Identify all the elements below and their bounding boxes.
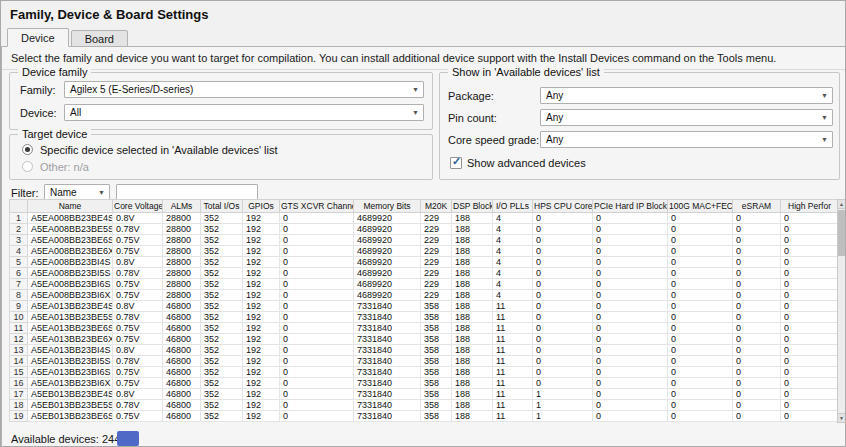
column-header[interactable]: Memory Bits [354,200,421,213]
table-cell[interactable]: 0 [668,279,733,290]
table-cell[interactable]: 0 [668,290,733,301]
table-cell[interactable]: 11 [493,312,533,323]
table-cell[interactable]: A5EA013BB23BE6X [28,334,113,345]
table-cell[interactable]: 229 [421,246,452,257]
table-cell[interactable]: 0 [781,301,839,312]
table-cell[interactable]: 0 [593,378,668,389]
table-cell[interactable]: 46800 [163,378,201,389]
column-header[interactable]: GTS XCVR Channels [280,200,354,213]
table-cell[interactable]: 192 [243,400,280,411]
table-cell[interactable]: 352 [201,367,243,378]
table-cell[interactable]: 28800 [163,257,201,268]
table-cell[interactable]: 11 [493,323,533,334]
table-cell[interactable]: A5EA008BB23BE6S [28,235,113,246]
table-cell[interactable]: 229 [421,213,452,224]
specific-device-radio[interactable] [22,144,33,155]
table-cell[interactable]: 0.8V [113,389,163,400]
table-cell[interactable]: 0 [733,356,781,367]
table-cell[interactable]: 0 [533,301,593,312]
table-cell[interactable]: 7331840 [354,312,421,323]
column-header[interactable]: DSP Blocks [452,200,493,213]
table-cell[interactable]: 0 [533,334,593,345]
tab-board[interactable]: Board [71,30,128,47]
table-cell[interactable]: 192 [243,356,280,367]
table-cell[interactable]: A5EA013BB23BE6S [28,323,113,334]
table-cell[interactable]: 11 [493,389,533,400]
table-row[interactable]: 14A5EA013BB23BI5S0.78V468003521920733184… [10,356,839,367]
table-cell[interactable]: 358 [421,367,452,378]
table-cell[interactable]: 11 [493,378,533,389]
table-row[interactable]: 16A5EA013BB23BI6X0.75V468003521920733184… [10,378,839,389]
table-cell[interactable]: 0 [668,345,733,356]
scroll-up-icon[interactable]: ▲ [838,200,845,209]
table-cell[interactable]: 0.78V [113,268,163,279]
table-cell[interactable]: 192 [243,334,280,345]
table-cell[interactable]: 0 [280,400,354,411]
table-cell[interactable]: 0 [533,213,593,224]
table-cell[interactable]: 0 [533,268,593,279]
table-cell[interactable]: 0.75V [113,323,163,334]
table-cell[interactable]: A5EA013BB23BI6X [28,378,113,389]
table-cell[interactable]: 28800 [163,279,201,290]
table-cell[interactable]: 192 [243,246,280,257]
table-cell[interactable]: A5EA008BB23BI5S [28,268,113,279]
table-cell[interactable]: 0 [533,378,593,389]
table-cell[interactable]: 0 [533,224,593,235]
table-cell[interactable]: 28800 [163,235,201,246]
table-cell[interactable]: 358 [421,411,452,422]
table-cell[interactable]: 352 [201,356,243,367]
table-cell[interactable]: 358 [421,356,452,367]
table-cell[interactable]: 0 [668,312,733,323]
table-cell[interactable]: 0 [781,246,839,257]
table-cell[interactable]: 0 [280,345,354,356]
table-cell[interactable]: 0 [533,345,593,356]
table-row[interactable]: 12A5EA013BB23BE6X0.75V468003521920733184… [10,334,839,345]
table-cell[interactable]: 46800 [163,301,201,312]
table-cell[interactable]: 358 [421,301,452,312]
table-cell[interactable]: 229 [421,279,452,290]
table-cell[interactable]: 0.78V [113,224,163,235]
table-cell[interactable]: 0 [593,213,668,224]
table-cell[interactable]: 0.8V [113,213,163,224]
horizontal-scrollbar-thumb[interactable] [117,431,139,446]
table-cell[interactable]: 28800 [163,224,201,235]
table-cell[interactable]: 4 [493,213,533,224]
table-cell[interactable]: 0 [593,290,668,301]
table-cell[interactable]: 46800 [163,312,201,323]
table-cell[interactable]: 0 [593,356,668,367]
table-cell[interactable]: 0 [668,378,733,389]
table-cell[interactable]: 0 [280,411,354,422]
table-cell[interactable]: 352 [201,312,243,323]
table-cell[interactable]: A5EA013BB23BI4S [28,345,113,356]
column-header[interactable]: HPS CPU Cores [533,200,593,213]
table-cell[interactable]: 4 [493,235,533,246]
table-cell[interactable]: 0 [781,389,839,400]
table-cell[interactable]: 0 [280,246,354,257]
table-cell[interactable]: 192 [243,301,280,312]
table-cell[interactable]: 188 [452,224,493,235]
table-cell[interactable]: 28800 [163,268,201,279]
table-cell[interactable]: 192 [243,378,280,389]
table-cell[interactable]: 0.75V [113,367,163,378]
table-cell[interactable]: 28800 [163,290,201,301]
table-row[interactable]: 4A5EA008BB23BE6X0.75V2880035219204689920… [10,246,839,257]
table-cell[interactable]: 0 [781,213,839,224]
table-cell[interactable]: 7331840 [354,334,421,345]
table-cell[interactable]: 188 [452,213,493,224]
table-cell[interactable]: 188 [452,345,493,356]
table-cell[interactable]: 192 [243,279,280,290]
table-row[interactable]: 5A5EA008BB23BI4S0.8V28800352192046899202… [10,257,839,268]
table-cell[interactable]: 4 [493,246,533,257]
table-cell[interactable]: 11 [493,367,533,378]
table-cell[interactable]: 0 [781,367,839,378]
table-cell[interactable]: 352 [201,268,243,279]
table-cell[interactable]: 0.8V [113,257,163,268]
table-cell[interactable]: 7331840 [354,389,421,400]
table-cell[interactable]: 188 [452,279,493,290]
table-cell[interactable]: 352 [201,224,243,235]
table-cell[interactable]: 188 [452,246,493,257]
table-cell[interactable]: 192 [243,224,280,235]
table-cell[interactable]: 0 [733,257,781,268]
table-cell[interactable]: 0 [781,378,839,389]
table-cell[interactable]: 192 [243,290,280,301]
